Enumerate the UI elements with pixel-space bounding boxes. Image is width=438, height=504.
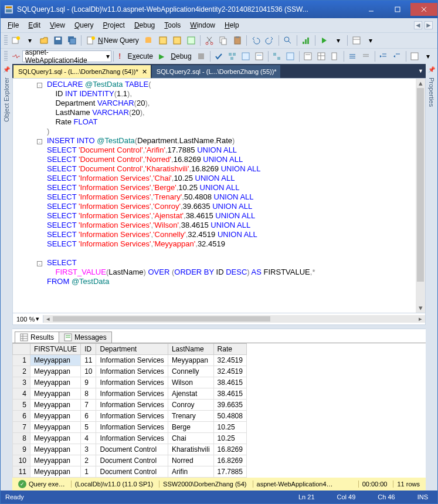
cell[interactable]: Meyyappan — [30, 388, 81, 400]
cell[interactable]: 4 — [81, 433, 96, 444]
tab-sqlquery1[interactable]: SQLQuery1.sql - (L...\DorbenZhang (54))*… — [13, 65, 151, 78]
cell[interactable]: Document Control — [96, 444, 168, 455]
row-number[interactable]: 8 — [13, 433, 30, 444]
editor-h-scrollbar[interactable]: ◂ ▸ — [43, 315, 425, 323]
row-number[interactable]: 5 — [13, 400, 30, 411]
cell[interactable]: Information Services — [96, 388, 168, 400]
execute-button[interactable]: ! Execute — [116, 50, 156, 63]
cell[interactable]: Meyyappan — [30, 377, 81, 388]
cell[interactable]: Berge — [168, 422, 213, 433]
scroll-down-icon[interactable]: ▾ — [416, 303, 425, 313]
results-file-button[interactable] — [329, 50, 341, 63]
dropdown-debug-icon[interactable]: ▾ — [332, 34, 345, 47]
column-header[interactable]: Department — [96, 344, 168, 355]
cell[interactable]: Ajenstat — [168, 388, 213, 400]
open-button[interactable] — [38, 34, 50, 47]
comment-button[interactable] — [347, 50, 359, 63]
cell[interactable]: 38.4615 — [213, 388, 246, 400]
menu-query[interactable]: Query — [70, 20, 99, 31]
scroll-right-icon[interactable]: ▸ — [416, 315, 425, 323]
query-options-button[interactable] — [240, 50, 252, 63]
estimated-plan-button[interactable] — [226, 50, 239, 63]
cell[interactable]: Information Services — [96, 422, 168, 433]
column-header[interactable]: ID — [81, 344, 96, 355]
row-number[interactable]: 4 — [13, 388, 30, 400]
cell[interactable]: 17.7885 — [213, 466, 246, 478]
cell[interactable]: Conroy — [168, 400, 213, 411]
cell[interactable]: Meyyappan — [168, 355, 213, 366]
stop-button[interactable] — [195, 50, 208, 63]
include-plan-button[interactable] — [271, 50, 283, 63]
indent-button[interactable] — [378, 50, 390, 63]
cell[interactable]: 8 — [81, 388, 96, 400]
tab-sqlquery2[interactable]: SQLQuery2.sql - (L...\DorbenZhang (55))* — [152, 65, 280, 78]
cell[interactable]: 38.4615 — [213, 377, 246, 388]
new-query-button[interactable]: NNew Query — [83, 34, 142, 47]
cell[interactable]: 10 — [81, 366, 96, 377]
cell[interactable]: 6 — [81, 411, 96, 422]
row-number[interactable]: 2 — [13, 366, 30, 377]
include-stats-button[interactable] — [284, 50, 297, 63]
toolbar-grip-2[interactable] — [4, 51, 8, 62]
redo-button[interactable] — [263, 34, 276, 47]
parse-button[interactable] — [213, 50, 225, 63]
database-selector[interactable]: aspnet-WebApplication4ide▾ — [22, 50, 112, 62]
fold-icon[interactable]: - — [37, 139, 42, 144]
cell[interactable]: Kharatishvili — [168, 444, 213, 455]
fold-icon[interactable]: - — [37, 83, 42, 88]
cut-button[interactable] — [203, 34, 216, 47]
table-row[interactable]: 6Meyyappan6Information ServicesTrenary50… — [13, 411, 247, 422]
menu-edit[interactable]: Edit — [23, 20, 45, 31]
options-button[interactable] — [350, 34, 363, 47]
fold-icon[interactable]: - — [37, 261, 42, 266]
cell[interactable]: 5 — [81, 422, 96, 433]
cell[interactable]: Information Services — [96, 377, 168, 388]
close-button[interactable] — [410, 3, 437, 16]
activity-monitor-button[interactable] — [300, 34, 313, 47]
cell[interactable]: 9 — [81, 377, 96, 388]
object-explorer-tab[interactable]: 📌 Object Explorer — [1, 64, 12, 491]
row-number[interactable]: 10 — [13, 455, 30, 466]
nav-back-icon[interactable]: ◄ — [414, 21, 422, 29]
editor-v-scrollbar[interactable]: ▴ ▾ — [416, 79, 425, 313]
table-row[interactable]: 8Meyyappan4Information ServicesChai10.25 — [13, 433, 247, 444]
cell[interactable]: Meyyappan — [30, 455, 81, 466]
more-button[interactable]: ▾ — [364, 34, 377, 47]
tab-overflow-icon[interactable]: ▼ — [416, 68, 426, 74]
tab-messages[interactable]: Messages — [59, 332, 112, 343]
new-project-button[interactable] — [9, 34, 22, 47]
undo-button[interactable] — [249, 34, 262, 47]
copy-button[interactable] — [217, 34, 230, 47]
sql-editor[interactable]: - - - DECLARE @TestData TABLE( ID INT ID… — [13, 79, 425, 313]
cell[interactable]: Information Services — [96, 433, 168, 444]
column-header[interactable]: LastName — [168, 344, 213, 355]
cell[interactable]: Meyyappan — [30, 444, 81, 455]
table-row[interactable]: 3Meyyappan9Information ServicesWilson38.… — [13, 377, 247, 388]
cell[interactable]: Meyyappan — [30, 433, 81, 444]
row-number[interactable]: 7 — [13, 422, 30, 433]
cell[interactable]: 10.25 — [213, 433, 246, 444]
table-row[interactable]: 4Meyyappan8Information ServicesAjenstat3… — [13, 388, 247, 400]
cell[interactable]: Meyyappan — [30, 411, 81, 422]
row-number[interactable]: 6 — [13, 411, 30, 422]
menu-window[interactable]: Window — [185, 20, 220, 31]
table-row[interactable]: 7Meyyappan5Information ServicesBerge10.2… — [13, 422, 247, 433]
save-button[interactable] — [52, 34, 64, 47]
table-row[interactable]: 5Meyyappan7Information ServicesConroy39.… — [13, 400, 247, 411]
cell[interactable]: Information Services — [96, 400, 168, 411]
table-row[interactable]: 9Meyyappan3Document ControlKharatishvili… — [13, 444, 247, 455]
cell[interactable]: Arifin — [168, 466, 213, 478]
cell[interactable]: 32.4519 — [213, 355, 246, 366]
cell[interactable]: Meyyappan — [30, 422, 81, 433]
outdent-button[interactable] — [391, 50, 403, 63]
scroll-thumb-h[interactable] — [53, 316, 270, 322]
row-number[interactable]: 9 — [13, 444, 30, 455]
cell[interactable]: Information Services — [96, 355, 168, 366]
cell[interactable]: 39.6635 — [213, 400, 246, 411]
cell[interactable]: 32.4519 — [213, 366, 246, 377]
cell[interactable]: 16.8269 — [213, 444, 246, 455]
cell[interactable]: 16.8269 — [213, 455, 246, 466]
menu-view[interactable]: View — [45, 20, 70, 31]
db-engine-query-button[interactable] — [142, 34, 155, 47]
start-debug-button[interactable] — [318, 34, 331, 47]
